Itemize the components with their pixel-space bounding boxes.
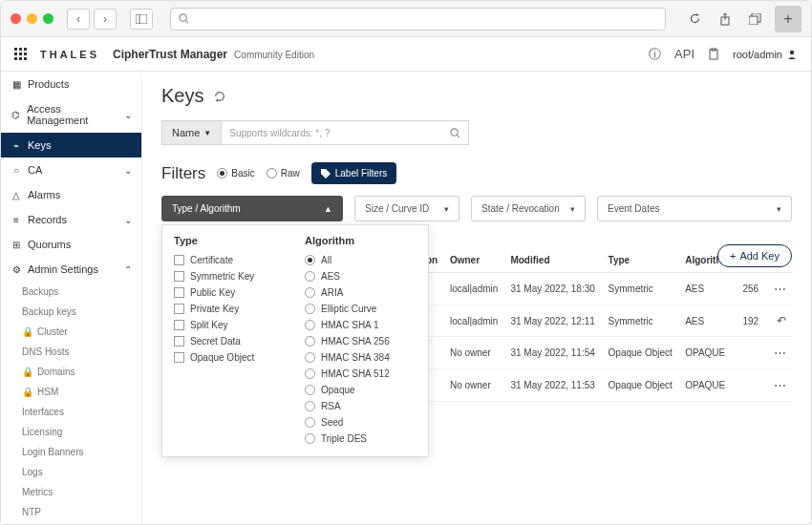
sidebar-sub-backups[interactable]: Backups xyxy=(1,282,141,302)
algo-option-rsa[interactable]: RSA xyxy=(305,398,417,414)
sidebar-item-admin-settings[interactable]: ⚙Admin Settings⌃ xyxy=(1,257,141,282)
add-key-button[interactable]: +Add Key xyxy=(717,244,792,267)
sidebar-sub-logs[interactable]: Logs xyxy=(1,462,141,482)
chevron-up-icon: ▲ xyxy=(324,204,332,214)
sidebar-sub-login-banners[interactable]: Login Banners xyxy=(1,442,141,462)
tabs-icon[interactable] xyxy=(744,9,767,30)
page-title: Keys xyxy=(161,85,203,107)
search-placeholder: Supports wildcards: *, ? xyxy=(229,128,330,138)
algo-option-hmac-sha256[interactable]: HMAC SHA 256 xyxy=(305,333,417,349)
api-link[interactable]: API xyxy=(674,47,694,61)
svg-rect-7 xyxy=(749,16,758,25)
sidebar-item-access-management[interactable]: ⌬Access Management⌄ xyxy=(1,96,141,133)
records-icon: ≡ xyxy=(11,215,22,225)
address-bar[interactable] xyxy=(170,8,666,31)
row-actions-menu[interactable]: ⋯ xyxy=(768,369,792,402)
type-option-public-key[interactable]: Public Key xyxy=(174,284,286,301)
sidebar-item-quorums[interactable]: ⊞Quorums xyxy=(1,232,141,257)
col-owner[interactable]: Owner xyxy=(444,248,504,273)
close-window-icon[interactable] xyxy=(11,13,21,24)
type-option-split-key[interactable]: Split Key xyxy=(174,317,286,333)
filter-event-dates[interactable]: Event Dates ▾ xyxy=(597,196,792,221)
sidebar-toggle-icon[interactable] xyxy=(130,9,153,30)
share-icon[interactable] xyxy=(714,9,737,30)
algo-option-opaque[interactable]: Opaque xyxy=(305,382,417,398)
checkbox-icon xyxy=(174,320,184,330)
search-input[interactable]: Supports wildcards: *, ? xyxy=(221,120,469,145)
algo-option-hmac-sha512[interactable]: HMAC SHA 512 xyxy=(305,366,417,382)
label-filters-button[interactable]: Label Filters xyxy=(311,162,396,184)
cell-modified: 31 May 2022, 18:30 xyxy=(504,273,602,305)
window-controls xyxy=(11,13,53,24)
algo-option-elliptic-curve[interactable]: Elliptic Curve xyxy=(305,301,417,317)
cell-type: Opaque Object xyxy=(603,369,680,402)
back-button[interactable]: ‹ xyxy=(67,9,90,30)
search-field-selector[interactable]: Name ▼ xyxy=(161,120,221,145)
forward-button[interactable]: › xyxy=(94,9,117,30)
option-label: AES xyxy=(321,271,340,282)
filter-state-revocation[interactable]: State / Revocation ▾ xyxy=(471,196,586,221)
cell-algorithm: AES xyxy=(679,305,737,337)
algo-option-hmac-sha384[interactable]: HMAC SHA 384 xyxy=(305,349,417,366)
type-option-symmetric-key[interactable]: Symmetric Key xyxy=(174,268,286,284)
ca-icon: ○ xyxy=(11,165,22,176)
row-actions-menu[interactable]: ⋯ xyxy=(768,273,792,305)
cell-algorithm: AES xyxy=(679,273,737,305)
algo-option-triple-des[interactable]: Triple DES xyxy=(305,430,417,447)
filter-size-curve[interactable]: Size / Curve ID ▾ xyxy=(354,196,459,221)
sidebar-item-keys[interactable]: ⌁Keys xyxy=(1,133,141,158)
algo-option-aria[interactable]: ARIA xyxy=(305,284,417,301)
row-actions-menu[interactable]: ⋯ xyxy=(768,337,792,369)
sidebar-sub-licensing[interactable]: Licensing xyxy=(1,422,141,442)
filter-mode-raw[interactable]: Raw xyxy=(267,168,300,178)
sidebar-sub-password-policy[interactable]: Password Policy xyxy=(1,522,141,524)
type-option-certificate[interactable]: Certificate xyxy=(174,252,286,268)
sidebar-label: Admin Settings xyxy=(28,263,98,275)
filter-type-algorithm[interactable]: Type / Algorithm ▲ xyxy=(161,196,343,221)
sidebar-sub-ntp[interactable]: NTP xyxy=(1,502,141,522)
user-menu[interactable]: root/admin xyxy=(733,49,798,60)
option-label: Split Key xyxy=(190,320,227,330)
algo-option-all[interactable]: All xyxy=(305,252,417,268)
sidebar-sub-hsm[interactable]: 🔒HSM xyxy=(1,382,141,402)
info-icon[interactable]: ⓘ xyxy=(649,46,661,63)
cell-modified: 31 May 2022, 12:11 xyxy=(504,305,602,337)
type-option-opaque-object[interactable]: Opaque Object xyxy=(174,349,286,366)
row-undo-icon[interactable]: ↶ xyxy=(768,305,792,337)
type-option-private-key[interactable]: Private Key xyxy=(174,301,286,317)
sidebar-item-records[interactable]: ≡Records⌄ xyxy=(1,207,141,232)
filter-mode-basic[interactable]: Basic xyxy=(217,168,254,178)
sidebar-sub-domains[interactable]: 🔒Domains xyxy=(1,362,141,382)
sidebar-sub-label: Domains xyxy=(37,367,75,377)
app-header: THALES CipherTrust Manager Community Edi… xyxy=(1,37,811,72)
algo-option-seed[interactable]: Seed xyxy=(305,414,417,430)
algo-option-aes[interactable]: AES xyxy=(305,268,417,284)
option-label: HMAC SHA 512 xyxy=(321,368,390,379)
chevron-down-icon: ▾ xyxy=(444,204,449,214)
new-tab-button[interactable]: + xyxy=(775,6,801,32)
sidebar-sub-cluster[interactable]: 🔒Cluster xyxy=(1,322,141,342)
sidebar-sub-metrics[interactable]: Metrics xyxy=(1,482,141,502)
minimize-window-icon[interactable] xyxy=(27,13,37,24)
type-algorithm-dropdown: Type Certificate Symmetric Key Public Ke… xyxy=(161,224,429,457)
col-type[interactable]: Type xyxy=(603,248,680,273)
type-option-secret-data[interactable]: Secret Data xyxy=(174,333,286,349)
refresh-icon[interactable] xyxy=(213,90,226,103)
apps-grid-icon[interactable] xyxy=(14,48,27,60)
maximize-window-icon[interactable] xyxy=(43,13,53,24)
sidebar-item-alarms[interactable]: △Alarms xyxy=(1,182,141,207)
tag-icon xyxy=(321,169,331,178)
clipboard-icon[interactable] xyxy=(708,48,719,60)
sidebar-sub-backup-keys[interactable]: Backup keys xyxy=(1,302,141,322)
sidebar-item-ca[interactable]: ○CA⌄ xyxy=(1,158,141,182)
cell-type: Symmetric xyxy=(603,273,680,305)
sidebar-item-products[interactable]: ▦Products xyxy=(1,72,141,96)
sidebar-sub-interfaces[interactable]: Interfaces xyxy=(1,402,141,422)
reload-icon[interactable] xyxy=(683,9,706,30)
algo-option-hmac-sha1[interactable]: HMAC SHA 1 xyxy=(305,317,417,333)
sidebar-sub-dns-hosts[interactable]: DNS Hosts xyxy=(1,342,141,362)
search-icon xyxy=(179,13,189,24)
sidebar-label: CA xyxy=(28,164,42,176)
col-modified[interactable]: Modified xyxy=(504,248,602,273)
caret-down-icon: ▼ xyxy=(203,129,211,137)
